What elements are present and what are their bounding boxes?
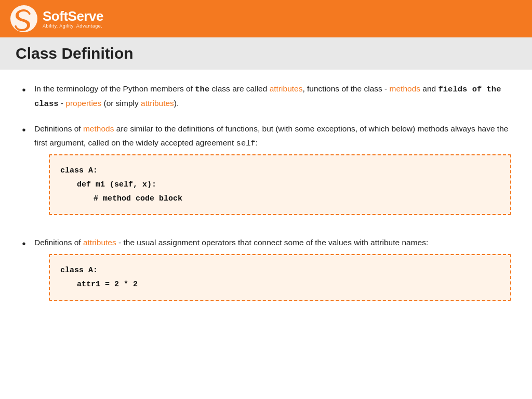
bullet-dot-2: •	[21, 123, 27, 139]
code-block-2: class A: attr1 = 2 * 2	[49, 254, 511, 301]
code-block-1: class A: def m1 (self, x): # method code…	[49, 154, 511, 215]
softserve-logo-icon	[10, 5, 37, 32]
title-bar: Class Definition	[0, 37, 532, 70]
logo-tagline: Ability. Agility. Advantage.	[43, 23, 103, 29]
code-line-4: class A:	[60, 263, 500, 277]
logo-container: SoftServe Ability. Agility. Advantage.	[10, 5, 103, 32]
bullet-content-3: Definitions of attributes - the usual as…	[34, 236, 511, 310]
bullet-item-2: • Definitions of methods are similar to …	[21, 122, 511, 224]
code-line-1: class A:	[60, 164, 500, 178]
the-keyword: the	[195, 85, 209, 94]
attributes-highlight-3: attributes	[83, 238, 116, 247]
attributes-highlight-1: attributes	[270, 84, 303, 93]
bullet-dot-1: •	[21, 83, 27, 99]
properties-highlight: properties	[65, 99, 101, 108]
bullet-text-2: Definitions of methods are similar to th…	[34, 124, 508, 147]
attributes-highlight-2: attributes	[141, 99, 174, 108]
bullet-content-2: Definitions of methods are similar to th…	[34, 122, 511, 224]
bullet-text-1: In the terminology of the Python members…	[34, 82, 511, 111]
self-keyword: self	[236, 139, 256, 148]
bullet-dot-3: •	[21, 236, 27, 253]
logo-text: SoftServe Ability. Agility. Advantage.	[43, 9, 103, 29]
logo-name: SoftServe	[43, 9, 103, 24]
content-area: • In the terminology of the Python membe…	[0, 70, 532, 332]
bullet-item-1: • In the terminology of the Python membe…	[21, 82, 511, 111]
svg-point-0	[10, 5, 37, 32]
header: SoftServe Ability. Agility. Advantage.	[0, 0, 532, 37]
code-line-2: def m1 (self, x):	[60, 178, 500, 192]
methods-highlight-2: methods	[83, 124, 114, 133]
bullet-item-3: • Definitions of attributes - the usual …	[21, 236, 511, 310]
code-line-5: attr1 = 2 * 2	[60, 277, 500, 291]
page-title: Class Definition	[16, 45, 516, 62]
fields-keyword: fields of the class	[34, 85, 501, 109]
bullet-text-3: Definitions of attributes - the usual as…	[34, 238, 428, 247]
code-line-3: # method code block	[60, 192, 500, 206]
methods-highlight-1: methods	[390, 84, 420, 93]
bullet-list: • In the terminology of the Python membe…	[21, 82, 511, 310]
